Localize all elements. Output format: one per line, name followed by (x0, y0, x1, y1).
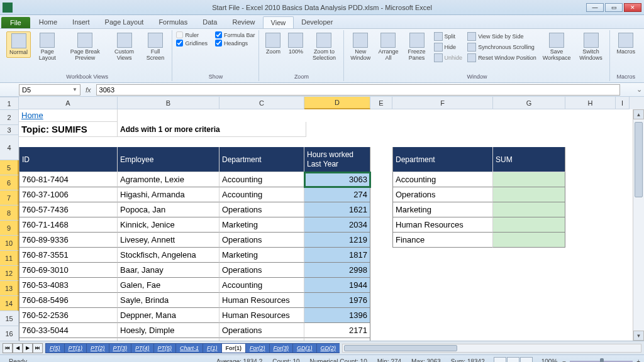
col-header-D[interactable]: D (304, 97, 370, 109)
cell-C13[interactable]: Human Resources (219, 293, 304, 308)
cell-F9[interactable]: Finance (392, 233, 493, 248)
close-button[interactable]: ✕ (624, 3, 641, 12)
tab-insert[interactable]: Insert (65, 16, 97, 28)
sheet-tab-pt(5)[interactable]: PT(5) (153, 343, 177, 353)
cell-F8[interactable]: Human Resources (392, 217, 493, 233)
cell-A13[interactable]: 760-68-5496 (19, 293, 118, 308)
new-window-button[interactable]: New Window (348, 31, 373, 63)
normal-view-button[interactable] (494, 357, 506, 363)
cell-C7[interactable]: Operations (219, 202, 304, 217)
tab-page-layout[interactable]: Page Layout (97, 16, 152, 28)
sheet-prev-button[interactable]: ◀ (13, 343, 23, 353)
cell-F6[interactable]: Operations (392, 187, 493, 202)
cell-B13[interactable]: Sayle, Brinda (118, 293, 219, 308)
zoom-thumb[interactable] (600, 358, 604, 363)
cell-G6[interactable] (493, 187, 565, 202)
cell-D5[interactable]: 3063 (304, 172, 370, 187)
cell-A5[interactable]: 760-81-7404 (19, 172, 118, 187)
sheet-tab-for(1)[interactable]: For(1) (221, 343, 247, 353)
cell-D10[interactable]: 1817 (304, 248, 370, 263)
sheet-last-button[interactable]: ⏭ (33, 343, 43, 353)
zoom-in-button[interactable]: + (636, 358, 640, 362)
zoom-out-button[interactable]: − (562, 358, 566, 362)
col-header-G[interactable]: G (493, 97, 565, 109)
cell-C5[interactable]: Accounting (219, 172, 304, 187)
unhide-button[interactable]: Unhide (433, 53, 464, 63)
cell-A11[interactable]: 760-69-3010 (19, 263, 118, 278)
zoom-button[interactable]: Zoom (263, 31, 283, 57)
sheet-tab-gd(2)[interactable]: GD(2) (316, 343, 340, 353)
cell-F4[interactable]: Department (392, 147, 493, 172)
save-workspace-button[interactable]: Save Workspace (540, 31, 574, 63)
cell-D13[interactable]: 1976 (304, 293, 370, 308)
cell-C16[interactable]: Human Resources (219, 338, 304, 341)
cell-A16[interactable]: 760-24-1698 (19, 338, 118, 341)
cell-A12[interactable]: 760-53-4083 (19, 278, 118, 293)
minimize-button[interactable]: — (586, 3, 604, 12)
hscroll-thumb[interactable] (344, 345, 457, 351)
ruler-checkbox[interactable]: Ruler (176, 31, 208, 38)
cell-D14[interactable]: 1396 (304, 308, 370, 323)
cell-C15[interactable]: Operations (219, 323, 304, 338)
formulabar-checkbox[interactable]: Formula Bar (215, 31, 255, 38)
cell-D12[interactable]: 1944 (304, 278, 370, 293)
row-header-12[interactable]: 12 (0, 266, 19, 281)
col-header-C[interactable]: C (219, 97, 304, 109)
fx-icon[interactable]: fx (86, 86, 91, 94)
cell-D15[interactable]: 2171 (304, 323, 370, 338)
cell-A9[interactable]: 760-89-9336 (19, 233, 118, 248)
cell-C11[interactable]: Operations (219, 263, 304, 278)
zoom-level[interactable]: 100% (541, 358, 558, 362)
sheet-tab-pt(4)[interactable]: PT(4) (131, 343, 154, 353)
cell-D11[interactable]: 2998 (304, 263, 370, 278)
maximize-button[interactable]: ▭ (605, 3, 623, 12)
file-tab[interactable]: File (1, 17, 30, 28)
cell-D8[interactable]: 2034 (304, 217, 370, 233)
full-screen-button[interactable]: Full Screen (142, 31, 168, 63)
cell-B12[interactable]: Galen, Fae (118, 278, 219, 293)
row-header-15[interactable]: 15 (0, 311, 19, 326)
row-header-13[interactable]: 13 (0, 281, 19, 296)
cell-A6[interactable]: 760-37-1006 (19, 187, 118, 202)
cell-A14[interactable]: 760-52-2536 (19, 308, 118, 323)
switch-windows-button[interactable]: Switch Windows (576, 31, 606, 63)
row-header-2[interactable]: 2 (0, 110, 19, 125)
headings-checkbox[interactable]: Headings (215, 40, 255, 47)
split-button[interactable]: Split (433, 31, 464, 41)
col-header-B[interactable]: B (118, 97, 219, 109)
cell-B5[interactable]: Agramonte, Lexie (118, 172, 219, 187)
sheet-tab-pt(2)[interactable]: PT(2) (86, 343, 109, 353)
cell-A7[interactable]: 760-57-7436 (19, 202, 118, 217)
row-header-3[interactable]: 3 (0, 125, 19, 135)
cell-G4[interactable]: SUM (493, 147, 565, 172)
sheet-tab-for(3)[interactable]: For(3) (269, 343, 294, 353)
tab-formulas[interactable]: Formulas (151, 16, 195, 28)
cell-C14[interactable]: Human Resources (219, 308, 304, 323)
freeze-panes-button[interactable]: Freeze Panes (403, 31, 430, 63)
tab-home[interactable]: Home (31, 16, 65, 28)
cell-B10[interactable]: Stockfisch, Angelena (118, 248, 219, 263)
page-layout-button[interactable]: Page Layout (33, 31, 62, 63)
cell-F7[interactable]: Marketing (392, 202, 493, 217)
cell-A10[interactable]: 760-87-3551 (19, 248, 118, 263)
normal-button[interactable]: Normal (6, 31, 31, 58)
row-header-16[interactable]: 16 (0, 326, 19, 341)
row-header-8[interactable]: 8 (0, 206, 19, 221)
col-header-F[interactable]: F (392, 97, 493, 109)
sheet-tab-for(2)[interactable]: For(2) (245, 343, 270, 353)
row-header-7[interactable]: 7 (0, 190, 19, 206)
cell-B9[interactable]: Livesey, Annett (118, 233, 219, 248)
vertical-scrollbar[interactable]: ▲ ▼ (633, 109, 644, 341)
cell-C8[interactable]: Marketing (219, 217, 304, 233)
cell-C12[interactable]: Accounting (219, 278, 304, 293)
col-header-I[interactable]: I (616, 97, 630, 109)
sheet-tab-pt(1)[interactable]: PT(1) (64, 343, 87, 353)
cell-G8[interactable] (493, 217, 565, 233)
row-header-1[interactable]: 1 (0, 97, 19, 110)
col-header-E[interactable]: E (370, 97, 392, 109)
cell-G7[interactable] (493, 202, 565, 217)
reset-position-button[interactable]: Reset Window Position (466, 53, 538, 63)
horizontal-scrollbar[interactable] (342, 344, 641, 353)
zoom-100-button[interactable]: 100% (286, 31, 306, 57)
cell-B8[interactable]: Kinnick, Jenice (118, 217, 219, 233)
